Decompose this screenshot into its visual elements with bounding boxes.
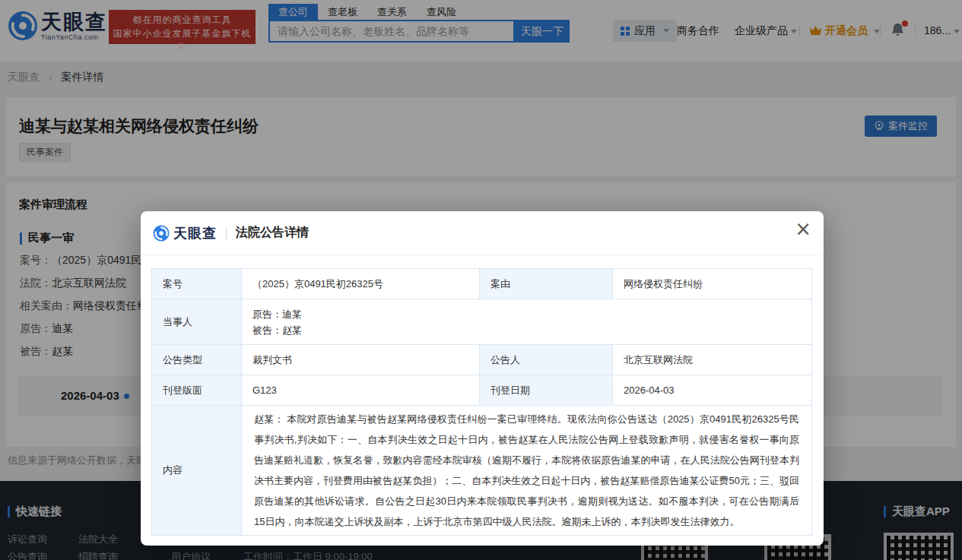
date-label: 刊登日期 <box>480 375 613 406</box>
cause-label: 案由 <box>480 269 613 299</box>
page-value: G123 <box>242 375 480 406</box>
modal-brand: 天眼查 <box>173 224 217 242</box>
cause-value: 网络侵权责任纠纷 <box>613 269 812 299</box>
table-row: 当事人 原告：迪某 被告：赵某 <box>152 299 812 345</box>
party-value: 原告：迪某 被告：赵某 <box>242 299 812 345</box>
modal-header: 天眼查 法院公告详情 × <box>141 211 824 255</box>
divider <box>226 226 227 240</box>
table-row: 案号 （2025）京0491民初26325号 案由 网络侵权责任纠纷 <box>152 269 812 299</box>
court-announcement-modal: 天眼查 法院公告详情 × 案号 （2025）京0491民初26325号 案由 网… <box>141 211 824 546</box>
content-value: 赵某： 本院对原告迪某与被告赵某网络侵权责任纠纷一案已审理终结。现依法向你公告送… <box>242 406 812 536</box>
table-row: 内容 赵某： 本院对原告迪某与被告赵某网络侵权责任纠纷一案已审理终结。现依法向你… <box>152 406 812 536</box>
announcer-label: 公告人 <box>480 345 613 375</box>
date-value: 2026-04-03 <box>613 375 812 406</box>
type-label: 公告类型 <box>152 345 242 375</box>
party-plaintiff: 原告：迪某 <box>252 306 801 322</box>
page-label: 刊登版面 <box>152 375 242 406</box>
party-label: 当事人 <box>152 299 242 345</box>
case-no-value: （2025）京0491民初26325号 <box>242 269 480 299</box>
party-defendant: 被告：赵某 <box>252 322 801 338</box>
table-row: 公告类型 裁判文书 公告人 北京互联网法院 <box>152 345 812 375</box>
table-row: 刊登版面 G123 刊登日期 2026-04-03 <box>152 375 812 406</box>
close-icon[interactable]: × <box>795 219 811 239</box>
content-label: 内容 <box>152 406 242 536</box>
case-no-label: 案号 <box>152 269 242 299</box>
page: 天眼查 TianYanCha.com 都在用的商业查询工具 国家中小企业发展子基… <box>0 0 962 560</box>
announcer-value: 北京互联网法院 <box>613 345 812 375</box>
modal-title: 法院公告详情 <box>236 225 309 241</box>
type-value: 裁判文书 <box>242 345 480 375</box>
announcement-table: 案号 （2025）京0491民初26325号 案由 网络侵权责任纠纷 当事人 原… <box>151 268 812 536</box>
logo-eye-icon <box>153 225 170 242</box>
